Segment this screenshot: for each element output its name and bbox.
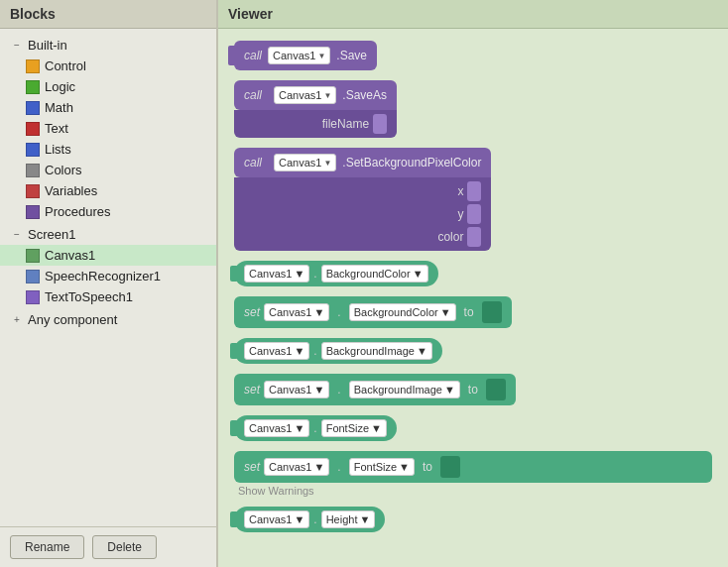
call-saveas-main[interactable]: call Canvas1 ▼ .SaveAs xyxy=(234,80,397,110)
blocks-tree: − Built-in Control Logic Math Text Li xyxy=(0,29,216,526)
getter-notch-2 xyxy=(230,343,238,359)
dot-5: . xyxy=(313,421,316,435)
canvas1-dropdown-set-bgcolor[interactable]: Canvas1 ▼ xyxy=(264,303,329,321)
filename-label: fileName xyxy=(322,117,369,131)
canvas1-dropdown-get-height[interactable]: Canvas1 ▼ xyxy=(244,510,309,528)
sidebar-item-procedures[interactable]: Procedures xyxy=(0,201,216,222)
anycomponent-expand-icon: + xyxy=(10,313,24,327)
delete-button[interactable]: Delete xyxy=(92,535,157,559)
canvas1-dropdown-setbg[interactable]: Canvas1 ▼ xyxy=(274,154,336,171)
filename-param-row: fileName xyxy=(254,114,387,134)
setter-bgimage[interactable]: set Canvas1 ▼ . BackgroundImage ▼ to xyxy=(234,374,516,405)
dropdown-arrow-14: ▼ xyxy=(313,461,324,473)
to-keyword-1: to xyxy=(464,305,474,319)
sidebar-item-texttospeech1[interactable]: TextToSpeech1 xyxy=(0,286,216,307)
call-keyword-2: call xyxy=(244,88,262,102)
bgcolor-prop-dropdown[interactable]: BackgroundColor ▼ xyxy=(321,265,428,283)
sidebar-item-speechrecognizer1[interactable]: SpeechRecognizer1 xyxy=(0,266,216,286)
fontsize-set-prop-dropdown[interactable]: FontSize ▼ xyxy=(349,458,415,476)
y-socket xyxy=(467,204,481,224)
block-set-bgimage: set Canvas1 ▼ . BackgroundImage ▼ to xyxy=(234,374,712,405)
bgimage-socket xyxy=(486,379,506,400)
control-icon xyxy=(26,59,40,73)
setter-fontsize[interactable]: set Canvas1 ▼ . FontSize ▼ to xyxy=(234,451,712,483)
canvas1-icon xyxy=(26,249,40,263)
dropdown-arrow-15: ▼ xyxy=(399,461,410,473)
getter-height[interactable]: Canvas1 ▼ . Height ▼ xyxy=(234,507,385,532)
builtin-toggle[interactable]: − Built-in xyxy=(0,35,216,56)
call-setbgpixel-main[interactable]: call Canvas1 ▼ .SetBackgroundPixelColor xyxy=(234,148,491,177)
sidebar-item-text[interactable]: Text xyxy=(0,118,216,139)
screen1-toggle[interactable]: − Screen1 xyxy=(0,224,216,245)
sidebar-item-colors[interactable]: Colors xyxy=(0,160,216,180)
fontsize-socket xyxy=(440,456,460,478)
blocks-header: Blocks xyxy=(0,0,216,29)
show-warnings-label[interactable]: Show Warnings xyxy=(234,485,712,497)
set-keyword-3: set xyxy=(244,460,260,474)
getter-fontsize[interactable]: Canvas1 ▼ . FontSize ▼ xyxy=(234,415,397,441)
getter-bgcolor[interactable]: Canvas1 ▼ . BackgroundColor ▼ xyxy=(234,261,438,286)
dropdown-arrow-4: ▼ xyxy=(294,268,304,280)
getter-bgimage[interactable]: Canvas1 ▼ . BackgroundImage ▼ xyxy=(234,338,442,364)
dropdown-arrow-9: ▼ xyxy=(417,345,427,357)
setbgpixel-wrapper: call Canvas1 ▼ .SetBackgroundPixelColor … xyxy=(234,148,491,251)
saveas-wrapper: call Canvas1 ▼ .SaveAs fileName xyxy=(234,80,397,138)
anycomponent-section: + Any component xyxy=(0,309,216,330)
setter-bgcolor[interactable]: set Canvas1 ▼ . BackgroundColor ▼ to xyxy=(234,296,512,328)
block-get-height: Canvas1 ▼ . Height ▼ xyxy=(234,507,712,532)
dropdown-arrow: ▼ xyxy=(317,52,325,60)
anycomponent-toggle[interactable]: + Any component xyxy=(0,309,216,330)
call-save-block[interactable]: call Canvas1 ▼ .Save xyxy=(234,41,377,70)
sidebar-item-variables[interactable]: Variables xyxy=(0,180,216,201)
canvas1-dropdown-get-bgimage[interactable]: Canvas1 ▼ xyxy=(244,342,309,360)
canvas1-dropdown-get-bgcolor[interactable]: Canvas1 ▼ xyxy=(244,265,309,283)
block-call-setbgpixel: call Canvas1 ▼ .SetBackgroundPixelColor … xyxy=(234,148,712,251)
variables-icon xyxy=(26,184,40,198)
color-socket xyxy=(467,227,481,247)
x-socket xyxy=(467,181,481,201)
right-panel: Viewer call Canvas1 ▼ .Save call Canvas1… xyxy=(218,0,728,567)
sidebar-item-canvas1[interactable]: Canvas1 xyxy=(0,245,216,266)
height-prop-dropdown[interactable]: Height ▼ xyxy=(321,510,376,528)
set-keyword-2: set xyxy=(244,383,260,397)
getter-notch-3 xyxy=(230,420,238,436)
call-keyword-3: call xyxy=(244,156,262,170)
getter-notch-4 xyxy=(230,511,238,527)
fontsize-prop-dropdown[interactable]: FontSize ▼ xyxy=(321,419,387,437)
canvas1-dropdown-save[interactable]: Canvas1 ▼ xyxy=(268,47,330,64)
sidebar-item-control[interactable]: Control xyxy=(0,56,216,76)
viewer-header: Viewer xyxy=(218,0,728,29)
builtin-collapse-icon: − xyxy=(10,39,24,53)
sidebar-item-lists[interactable]: Lists xyxy=(0,139,216,160)
math-icon xyxy=(26,101,40,115)
bgimage-prop-dropdown[interactable]: BackgroundImage ▼ xyxy=(321,342,432,360)
procedures-icon xyxy=(26,205,40,219)
canvas1-dropdown-set-fontsize[interactable]: Canvas1 ▼ xyxy=(264,458,329,476)
canvas1-dropdown-saveas[interactable]: Canvas1 ▼ xyxy=(274,86,336,104)
color-param-row: color xyxy=(254,227,481,247)
canvas1-dropdown-get-fontsize[interactable]: Canvas1 ▼ xyxy=(244,419,309,437)
sidebar-item-math[interactable]: Math xyxy=(0,97,216,118)
x-label: x xyxy=(457,184,463,198)
canvas1-dropdown-set-bgimage[interactable]: Canvas1 ▼ xyxy=(264,381,329,398)
y-label: y xyxy=(457,207,463,221)
bgcolor-socket xyxy=(482,301,502,323)
sidebar-item-logic[interactable]: Logic xyxy=(0,76,216,97)
bgcolor-set-prop-dropdown[interactable]: BackgroundColor ▼ xyxy=(349,303,456,321)
dropdown-arrow-8: ▼ xyxy=(294,345,304,357)
block-get-bgcolor: Canvas1 ▼ . BackgroundColor ▼ xyxy=(234,261,712,286)
y-param-row: y xyxy=(254,204,481,224)
notch xyxy=(228,46,238,65)
dropdown-arrow-7: ▼ xyxy=(440,306,451,318)
bgimage-set-prop-dropdown[interactable]: BackgroundImage ▼ xyxy=(349,381,460,398)
save-method-label: .Save xyxy=(336,49,367,62)
dropdown-arrow-6: ▼ xyxy=(313,306,324,318)
x-param-row: x xyxy=(254,181,481,201)
viewer-content: call Canvas1 ▼ .Save call Canvas1 ▼ .Sav… xyxy=(218,29,728,567)
speechrecognizer1-icon xyxy=(26,270,40,284)
color-label: color xyxy=(437,230,463,244)
set-keyword-1: set xyxy=(244,305,260,319)
rename-button[interactable]: Rename xyxy=(10,535,84,559)
getter-notch xyxy=(230,266,238,282)
logic-icon xyxy=(26,80,40,94)
